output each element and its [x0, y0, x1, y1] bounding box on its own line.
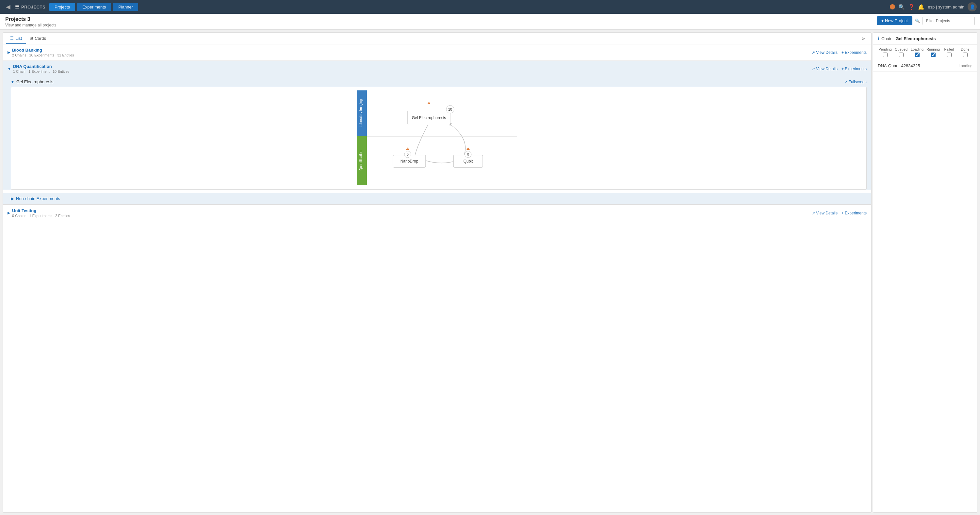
add-experiments-unit-testing[interactable]: + Experiments — [842, 211, 867, 216]
project-list: ▶ Blood Banking 2 Chains 10 Experiments … — [3, 44, 871, 512]
experiment-status: Loading — [958, 63, 972, 68]
avatar[interactable]: 👤 — [967, 2, 977, 11]
project-header-blood-banking[interactable]: ▶ Blood Banking 2 Chains 10 Experiments … — [3, 44, 871, 60]
status-failed: Failed — [942, 48, 956, 57]
brand-icon: ☰ — [15, 4, 19, 10]
svg-text:!: ! — [468, 147, 468, 150]
add-experiments-dna[interactable]: + Experiments — [842, 67, 867, 71]
project-row-dna: ▼ DNA Quantification 1 Chain 1 Experimen… — [3, 61, 871, 205]
project-actions-dna: ↗ View Details + Experiments — [812, 67, 867, 71]
chain-diagram-gel: Laboratory Imaging Quantification — [11, 87, 867, 190]
project-name-blood-banking: Blood Banking — [12, 48, 74, 52]
svg-text:0: 0 — [467, 153, 469, 156]
filter-icon: 🔍 — [915, 19, 920, 23]
tab-list-label: List — [15, 36, 22, 41]
nav-tab-planner[interactable]: Planner — [113, 3, 138, 11]
main-layout: ☰ List ⊞ Cards ⊳| ▶ Blood Banking 2 Chai… — [0, 30, 980, 515]
search-icon[interactable]: 🔍 — [898, 4, 905, 10]
add-experiments-blood-banking[interactable]: + Experiments — [842, 50, 867, 55]
chain-label: Chain: — [881, 36, 894, 41]
svg-text:Qubit: Qubit — [463, 159, 473, 163]
header-actions: + New Project 🔍 — [877, 16, 975, 25]
svg-text:NanoDrop: NanoDrop — [401, 159, 418, 163]
project-info-dna: DNA Quantification 1 Chain 1 Experiment … — [13, 64, 69, 73]
notifications-icon[interactable]: 🔔 — [918, 4, 924, 10]
left-panel: ☰ List ⊞ Cards ⊳| ▶ Blood Banking 2 Chai… — [3, 32, 872, 513]
status-queued-label: Queued — [895, 48, 907, 51]
chain-expand-icon: ▼ — [11, 80, 14, 84]
project-meta-blood-banking: 2 Chains 10 Experiments 31 Entities — [12, 53, 74, 57]
list-icon: ☰ — [10, 36, 14, 40]
status-done-label: Done — [961, 48, 969, 51]
project-row-blood-banking: ▶ Blood Banking 2 Chains 10 Experiments … — [3, 44, 871, 61]
status-running-checkbox[interactable] — [931, 52, 935, 57]
experiment-id: DNA-Quant-42834325 — [878, 63, 958, 68]
status-loading: Loading — [910, 48, 924, 57]
status-pending-checkbox[interactable] — [883, 52, 888, 57]
page-title: Projects 3 — [5, 16, 57, 22]
non-chain-label: Non-chain Experiments — [16, 196, 60, 201]
project-row-unit-testing: ▶ Unit Testing 0 Chains 1 Experiments 2 … — [3, 205, 871, 221]
project-info-unit-testing: Unit Testing 0 Chains 1 Experiments 2 En… — [12, 208, 70, 218]
experiment-row-dna-quant: DNA-Quant-42834325 Loading — [873, 60, 977, 72]
page-title-section: Projects 3 View and manage all projects — [5, 16, 57, 27]
status-running-label: Running — [926, 48, 940, 51]
svg-text:0: 0 — [407, 153, 409, 156]
chain-actions-gel: ↗ Fullscreen — [844, 80, 867, 84]
top-nav: ◀ ☰ PROJECTS Projects Experiments Planne… — [0, 0, 980, 14]
project-actions-blood-banking: ↗ View Details + Experiments — [812, 50, 867, 55]
filter-input[interactable] — [923, 17, 975, 25]
chain-section-gel: ▼ Gel Electrophoresis ↗ Fullscreen — [3, 77, 871, 190]
status-failed-label: Failed — [944, 48, 954, 51]
svg-text:Quantification: Quantification — [359, 151, 363, 170]
help-icon[interactable]: ❓ — [908, 4, 915, 10]
view-details-dna[interactable]: ↗ View Details — [812, 67, 838, 71]
cards-icon: ⊞ — [30, 36, 33, 40]
fullscreen-button[interactable]: ↗ Fullscreen — [844, 80, 867, 84]
status-queued-checkbox[interactable] — [899, 52, 904, 57]
tab-cards[interactable]: ⊞ Cards — [26, 33, 50, 44]
tab-list[interactable]: ☰ List — [6, 33, 26, 44]
expand-icon-dna: ▼ — [8, 67, 11, 71]
status-row: Pending Queued Loading Running Failed Do… — [873, 45, 977, 60]
non-chain-expand-icon: ▶ — [11, 196, 14, 201]
project-header-unit-testing[interactable]: ▶ Unit Testing 0 Chains 1 Experiments 2 … — [3, 205, 871, 221]
collapse-button[interactable]: ⊳| — [860, 35, 868, 43]
tabs-bar: ☰ List ⊞ Cards ⊳| — [3, 33, 871, 44]
user-label: esp | system admin — [928, 5, 964, 10]
status-dot — [890, 4, 895, 10]
chain-header-gel[interactable]: ▼ Gel Electrophoresis ↗ Fullscreen — [3, 77, 871, 87]
project-actions-unit-testing: ↗ View Details + Experiments — [812, 211, 867, 216]
non-chain-row[interactable]: ▶ Non-chain Experiments — [3, 193, 871, 204]
chain-name-right: Gel Electrophoresis — [896, 36, 936, 41]
status-running: Running — [926, 48, 940, 57]
project-header-dna[interactable]: ▼ DNA Quantification 1 Chain 1 Experimen… — [3, 61, 871, 77]
status-queued: Queued — [894, 48, 908, 57]
status-done-checkbox[interactable] — [963, 52, 967, 57]
status-loading-checkbox[interactable] — [915, 52, 920, 57]
status-loading-label: Loading — [911, 48, 923, 51]
right-panel: ℹ Chain: Gel Electrophoresis Pending Que… — [873, 32, 977, 513]
project-meta-dna: 1 Chain 1 Experiment 10 Entities — [13, 70, 69, 73]
page-header: Projects 3 View and manage all projects … — [0, 14, 980, 30]
view-details-unit-testing[interactable]: ↗ View Details — [812, 211, 838, 216]
nav-right: 🔍 ❓ 🔔 esp | system admin 👤 — [890, 2, 977, 11]
brand: ☰ PROJECTS — [15, 4, 45, 10]
view-details-blood-banking[interactable]: ↗ View Details — [812, 50, 838, 55]
status-failed-checkbox[interactable] — [947, 52, 951, 57]
info-icon: ℹ — [878, 36, 880, 41]
nav-tab-experiments[interactable]: Experiments — [77, 3, 111, 11]
svg-text:Gel Electrophoresis: Gel Electrophoresis — [412, 116, 446, 120]
right-panel-header: ℹ Chain: Gel Electrophoresis — [873, 33, 977, 45]
back-button[interactable]: ◀ — [3, 2, 13, 12]
status-pending: Pending — [878, 48, 892, 57]
status-pending-label: Pending — [878, 48, 891, 51]
svg-text:Laboratory Imaging: Laboratory Imaging — [359, 99, 363, 127]
nav-tab-projects[interactable]: Projects — [49, 3, 75, 11]
svg-text:!: ! — [407, 147, 408, 150]
page-subtitle: View and manage all projects — [5, 23, 57, 27]
svg-text:!: ! — [429, 102, 429, 104]
chain-name-gel: Gel Electrophoresis — [16, 79, 53, 84]
new-project-button[interactable]: + New Project — [877, 16, 912, 25]
chain-diagram-svg: Laboratory Imaging Quantification — [14, 90, 863, 185]
